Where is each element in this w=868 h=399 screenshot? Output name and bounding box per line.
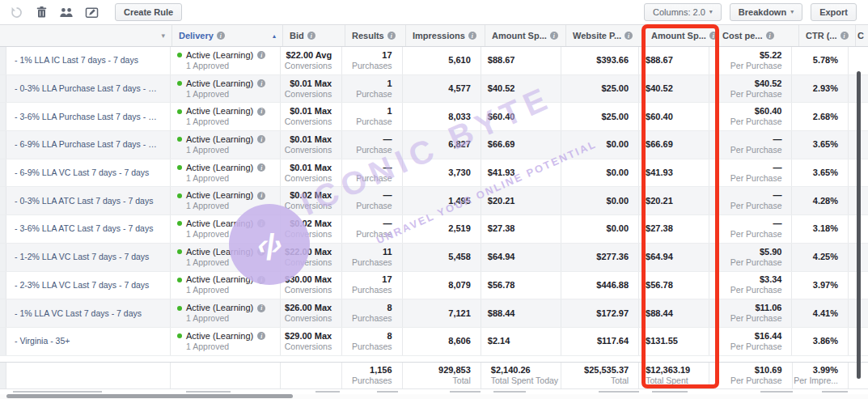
- header-impressions[interactable]: Impressions i: [406, 25, 485, 46]
- impressions-value: 5,610: [448, 55, 471, 66]
- amount-spent-today-value: $27.38: [488, 223, 515, 234]
- edit-pencil-icon: [85, 6, 99, 19]
- adset-name-link[interactable]: - 2-3% LLA VC Last 7 days - 7 days: [15, 280, 160, 291]
- header-results[interactable]: Results i: [345, 25, 406, 46]
- totals-amount-spent-cell: $12,363.19 Total Spent: [639, 363, 709, 388]
- active-status-dot: [177, 137, 182, 142]
- results-label: Purchase: [356, 201, 392, 211]
- impressions-cell: 8,606: [403, 328, 481, 355]
- adset-name-link[interactable]: - 3-6% LLA Purchase Last 7 days - 7 d...: [15, 112, 160, 122]
- adset-name-link[interactable]: - 6-9% LLA VC Last 7 days - 7 days: [15, 168, 160, 178]
- results-label: Purchase: [356, 145, 392, 155]
- adset-name-link[interactable]: - 0-3% LLA Purchase Last 7 days - 7 d...: [15, 83, 160, 94]
- header-bid-label: Bid: [290, 31, 304, 40]
- edit-button[interactable]: [82, 3, 101, 21]
- header-delivery[interactable]: Delivery i ▴: [172, 25, 283, 46]
- amount-spent-today-value: $41.93: [488, 168, 515, 178]
- info-icon[interactable]: i: [257, 276, 265, 284]
- bid-type: Conversions: [285, 173, 332, 184]
- cost-per-value: —: [773, 163, 781, 173]
- delivery-cell: Active (Learning) i 1 Approved: [171, 328, 281, 355]
- horizontal-scroll-track[interactable]: [0, 394, 868, 399]
- vertical-scrollbar[interactable]: [857, 71, 861, 379]
- impressions-value: 8,606: [448, 336, 471, 346]
- info-icon[interactable]: i: [257, 248, 265, 256]
- cost-per-label: Per Purchase: [730, 117, 782, 127]
- info-icon[interactable]: i: [387, 32, 396, 40]
- header-name-column[interactable]: ▾: [0, 25, 172, 46]
- info-icon[interactable]: i: [257, 332, 265, 340]
- cost-per-cell: $3.34 Per Purchase: [709, 272, 792, 299]
- info-icon[interactable]: i: [217, 32, 225, 40]
- active-status-dot: [177, 53, 182, 57]
- info-icon[interactable]: i: [550, 32, 558, 40]
- adset-name-link[interactable]: - 0-3% LLA ATC Last 7 days - 7 days: [15, 196, 160, 206]
- info-icon[interactable]: i: [468, 32, 476, 40]
- delivery-cell: Active (Learning) i 1 Approved: [171, 131, 281, 159]
- adset-name-link[interactable]: - 6-9% LLA Purchase Last 7 days - 7 d...: [15, 139, 160, 150]
- adset-name-link[interactable]: - Virginia - 35+: [15, 336, 160, 346]
- horizontal-scrollbar[interactable]: [6, 394, 293, 398]
- info-icon[interactable]: i: [257, 219, 265, 227]
- totals-amount-today-cell: $2,140.26 Total Spent Today: [481, 363, 561, 388]
- sort-ascending-icon[interactable]: ▴: [273, 32, 276, 40]
- totals-delivery-cell: [171, 363, 281, 388]
- header-ctr[interactable]: CTR (... i: [799, 25, 856, 46]
- info-icon[interactable]: i: [840, 32, 849, 40]
- cost-per-label: Per Purchase: [730, 145, 782, 155]
- info-icon[interactable]: i: [766, 32, 774, 40]
- delete-button[interactable]: [32, 3, 51, 21]
- delivery-status: Active (Learning): [186, 79, 253, 89]
- header-clipped-column: C: [856, 25, 868, 46]
- cost-per-label: Per Purchase: [730, 313, 782, 324]
- info-icon[interactable]: i: [257, 304, 265, 312]
- bid-cell: $26.00 Max Conversions: [281, 299, 342, 327]
- results-cell: — Purchase: [342, 215, 402, 243]
- info-icon[interactable]: i: [709, 32, 716, 40]
- chevron-down-icon[interactable]: ▾: [161, 32, 165, 40]
- website-purchases-cell: $446.88: [561, 272, 639, 299]
- adset-name-link[interactable]: - 3-6% LLA ATC Last 7 days - 7 days: [15, 223, 160, 234]
- create-rule-button[interactable]: Create Rule: [115, 3, 182, 21]
- adset-name-cell: - 1% LLA VC Last 7 days - 7 days: [0, 299, 171, 327]
- bid-cell: $0.02 Max Conversions: [281, 187, 342, 214]
- info-icon[interactable]: i: [307, 32, 315, 40]
- export-button[interactable]: Export: [811, 3, 857, 21]
- breakdown-dropdown[interactable]: Breakdown ▾: [730, 3, 802, 21]
- results-label: Purchase: [356, 117, 392, 127]
- table-row: - 1-2% LLA VC Last 7 days - 7 days Activ…: [0, 244, 868, 272]
- cost-per-label: Per Purchase: [730, 257, 782, 268]
- approval-status: 1 Approved: [186, 145, 229, 155]
- delivery-status: Active (Learning): [186, 106, 253, 117]
- totals-ctr-sub: Per Impre...: [794, 376, 838, 386]
- bid-value: $0.02 Max: [290, 219, 332, 229]
- header-amount-spent-today[interactable]: Amount Sp... i: [485, 25, 566, 46]
- info-icon[interactable]: i: [625, 32, 633, 40]
- adset-name-link[interactable]: - 1% LLA IC Last 7 days - 7 days: [15, 55, 160, 66]
- ctr-value: 2.68%: [813, 112, 838, 122]
- info-icon[interactable]: i: [257, 163, 265, 172]
- info-icon[interactable]: i: [257, 192, 265, 200]
- revert-button[interactable]: [6, 3, 26, 21]
- header-website-purchases[interactable]: Website P... i: [566, 25, 645, 46]
- bid-cell: $0.01 Max Conversions: [281, 75, 342, 103]
- trash-icon: [36, 6, 48, 19]
- header-amount-spent[interactable]: Amount Sp... i: [645, 25, 716, 46]
- duplicate-button[interactable]: [57, 3, 76, 21]
- active-status-dot: [177, 81, 182, 86]
- info-icon[interactable]: i: [257, 108, 265, 116]
- amount-spent-today-cell: $60.40: [481, 103, 561, 130]
- header-cost-per[interactable]: Cost pe... i: [716, 25, 799, 46]
- active-status-dot: [177, 278, 182, 282]
- adset-name-link[interactable]: - 1-2% LLA VC Last 7 days - 7 days: [15, 252, 160, 262]
- website-purchases-value: $25.00: [601, 83, 629, 94]
- header-bid[interactable]: Bid i: [283, 25, 345, 46]
- info-icon[interactable]: i: [257, 79, 265, 87]
- totals-cost-value: $10.69: [755, 365, 782, 376]
- info-icon[interactable]: i: [257, 135, 265, 143]
- adset-name-link[interactable]: - 1% LLA VC Last 7 days - 7 days: [15, 308, 160, 319]
- info-icon[interactable]: i: [257, 51, 265, 59]
- columns-dropdown[interactable]: Columns: 2.0 ▾: [644, 3, 722, 21]
- header-impressions-label: Impressions: [413, 31, 465, 40]
- totals-cost-sub: Per Purchase: [730, 376, 782, 386]
